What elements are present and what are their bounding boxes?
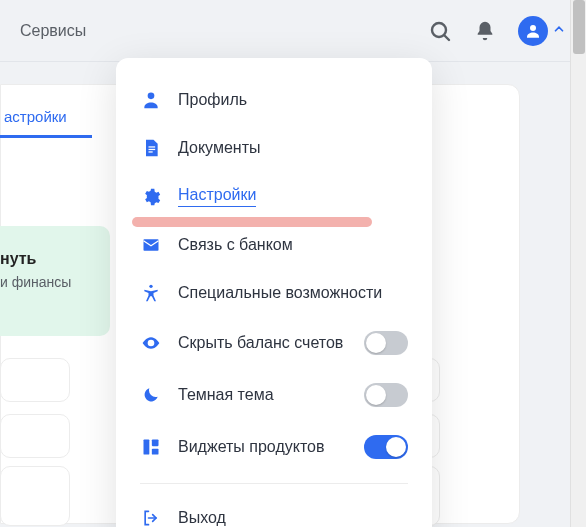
menu-label: Документы	[178, 139, 408, 157]
eye-icon	[140, 333, 162, 353]
promo-banner[interactable]: нуть и финансы	[0, 226, 110, 336]
menu-item-accessibility[interactable]: Специальные возможности	[116, 269, 432, 317]
person-icon	[140, 90, 162, 110]
moon-icon	[140, 385, 162, 405]
svg-point-2	[530, 25, 536, 31]
svg-point-3	[148, 93, 155, 100]
accessibility-icon	[140, 283, 162, 303]
chevron-up-icon	[552, 22, 566, 40]
avatar	[518, 16, 548, 46]
menu-item-logout[interactable]: Выход	[116, 494, 432, 527]
svg-point-8	[149, 285, 152, 288]
widgets-icon	[140, 437, 162, 457]
logout-icon	[140, 508, 162, 527]
document-icon	[140, 138, 162, 158]
mail-icon	[140, 235, 162, 255]
menu-label: Скрыть баланс счетов	[178, 334, 348, 352]
tab-settings[interactable]: астройки	[0, 108, 92, 138]
menu-item-documents[interactable]: Документы	[116, 124, 432, 172]
card-placeholder	[0, 414, 70, 458]
menu-label: Выход	[178, 509, 408, 527]
svg-rect-5	[149, 149, 156, 150]
menu-label: Настройки	[178, 186, 256, 207]
svg-rect-10	[144, 440, 150, 455]
svg-rect-12	[152, 449, 159, 455]
menu-item-contact-bank[interactable]: Связь с банком	[116, 221, 432, 269]
menu-item-product-widgets[interactable]: Виджеты продуктов	[116, 421, 432, 473]
menu-label: Темная тема	[178, 386, 348, 404]
menu-label: Профиль	[178, 91, 408, 109]
menu-label: Связь с банком	[178, 236, 408, 254]
account-dropdown: Профиль Документы Настройки Связь с банк…	[116, 58, 432, 527]
svg-rect-7	[144, 239, 159, 251]
account-menu-trigger[interactable]	[518, 16, 566, 46]
promo-subtitle: и финансы	[0, 274, 100, 290]
toggle-product-widgets[interactable]	[364, 435, 408, 459]
card-placeholder	[0, 358, 70, 402]
bell-icon[interactable]	[474, 20, 496, 42]
svg-line-1	[445, 35, 450, 40]
promo-title: нуть	[0, 250, 100, 268]
gear-icon	[140, 187, 162, 207]
divider	[140, 483, 408, 484]
search-icon[interactable]	[428, 19, 452, 43]
menu-item-profile[interactable]: Профиль	[116, 76, 432, 124]
scrollbar[interactable]	[570, 0, 586, 527]
menu-label: Специальные возможности	[178, 284, 408, 302]
menu-item-dark-theme[interactable]: Темная тема	[116, 369, 432, 421]
menu-item-hide-balance[interactable]: Скрыть баланс счетов	[116, 317, 432, 369]
card-placeholder	[0, 466, 70, 526]
svg-rect-11	[152, 440, 159, 447]
svg-rect-6	[149, 151, 153, 152]
toggle-dark-theme[interactable]	[364, 383, 408, 407]
header: Сервисы	[0, 0, 586, 62]
svg-rect-4	[149, 146, 156, 147]
menu-label: Виджеты продуктов	[178, 438, 348, 456]
toggle-hide-balance[interactable]	[364, 331, 408, 355]
scrollbar-thumb[interactable]	[573, 0, 585, 54]
services-link[interactable]: Сервисы	[20, 22, 86, 40]
menu-item-settings[interactable]: Настройки	[116, 172, 432, 221]
svg-point-9	[149, 341, 152, 344]
